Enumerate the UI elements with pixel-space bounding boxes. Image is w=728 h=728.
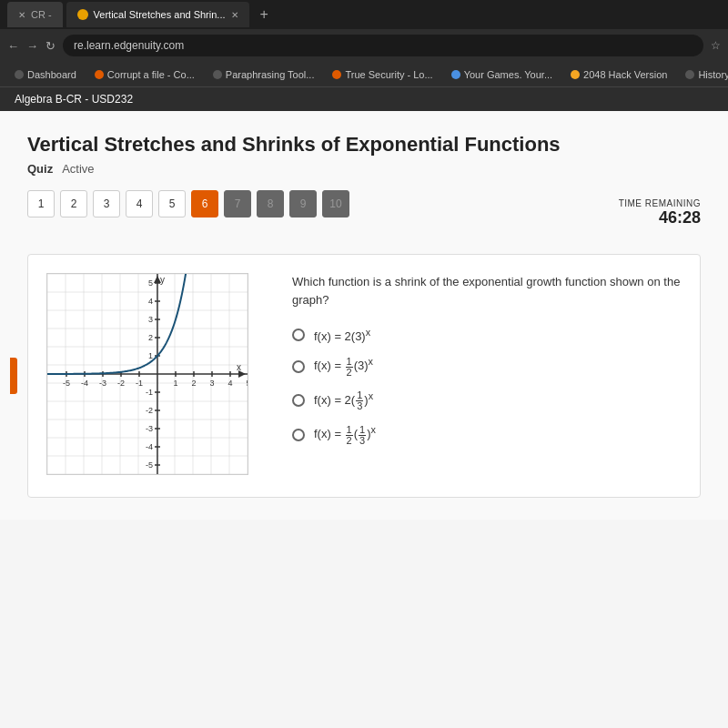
bookmark-label-paraphrasing: Paraphrasing Tool...	[226, 69, 315, 80]
exponential-graph	[46, 273, 248, 475]
question-btn-5[interactable]: 5	[158, 190, 186, 217]
main-content: Vertical Stretches and Shrinks of Expone…	[0, 111, 728, 520]
graph-container	[46, 273, 265, 479]
bookmark-2048[interactable]: 2048 Hack Version	[563, 67, 674, 82]
forward-button[interactable]: →	[26, 39, 38, 53]
bookmark-icon-2048	[571, 70, 580, 79]
bookmark-icon-dashboard	[15, 70, 24, 79]
option-text-2: f(x) = 12(3)x	[314, 356, 373, 377]
page-content: Algebra B-CR - USD232 Vertical Stretches…	[0, 87, 728, 728]
tab-vertical-stretches[interactable]: Vertical Stretches and Shrin... ✕	[66, 2, 249, 27]
radio-3[interactable]	[292, 394, 305, 407]
bookmark-label-security: True Security - Lo...	[345, 69, 432, 80]
bookmark-corrupt[interactable]: Corrupt a file - Co...	[87, 67, 202, 82]
question-btn-10: 10	[322, 190, 349, 217]
question-area: Which function is a shrink of the expone…	[27, 254, 701, 498]
time-remaining-label: TIME REMAINING	[619, 198, 701, 208]
tab-bar: ✕ CR - Vertical Stretches and Shrin... ✕…	[0, 0, 728, 29]
bookmark-icon-corrupt	[95, 70, 104, 79]
bookmark-dashboard[interactable]: Dashboard	[7, 67, 84, 82]
option-text-1: f(x) = 2(3)x	[314, 327, 370, 343]
question-text: Which function is a shrink of the expone…	[292, 273, 682, 308]
lesson-title: Vertical Stretches and Shrinks of Expone…	[27, 133, 701, 157]
radio-4[interactable]	[292, 429, 305, 441]
reload-button[interactable]: ↻	[46, 39, 56, 53]
option-text-4: f(x) = 12(13)x	[314, 424, 376, 445]
answer-option-3[interactable]: f(x) = 2(13)x	[292, 390, 682, 411]
question-btn-8: 8	[257, 190, 284, 217]
radio-2[interactable]	[292, 360, 305, 373]
quiz-label: Quiz	[27, 162, 53, 176]
answer-option-4[interactable]: f(x) = 12(13)x	[292, 424, 682, 445]
answer-option-2[interactable]: f(x) = 12(3)x	[292, 356, 682, 377]
bookmark-history[interactable]: History Notes - G...	[678, 67, 728, 82]
question-btn-7: 7	[224, 190, 251, 217]
question-btn-1[interactable]: 1	[27, 190, 55, 217]
radio-1[interactable]	[292, 329, 305, 341]
bookmark-icon-history	[685, 70, 694, 79]
question-content: Which function is a shrink of the expone…	[292, 273, 682, 479]
new-tab-button[interactable]: +	[253, 5, 276, 25]
bookmark-icon-games	[451, 70, 460, 79]
back-button[interactable]: ←	[7, 39, 19, 53]
tab-close-cr[interactable]: ✕	[18, 10, 25, 20]
bookmark-label-2048: 2048 Hack Version	[583, 69, 667, 80]
bookmark-icon-paraphrasing	[213, 70, 222, 79]
bookmarks-star[interactable]: ☆	[711, 39, 721, 52]
quiz-info: Quiz Active	[27, 162, 701, 176]
question-btn-4[interactable]: 4	[126, 190, 153, 217]
bookmark-security[interactable]: True Security - Lo...	[325, 67, 440, 82]
answer-options: f(x) = 2(3)x f(x) = 12(3)x	[292, 327, 682, 446]
bookmark-label-corrupt: Corrupt a file - Co...	[107, 69, 195, 80]
tab-label-vertical: Vertical Stretches and Shrin...	[94, 9, 226, 20]
address-bar: ← → ↻ ☆	[0, 29, 728, 62]
bookmark-label-games: Your Games. Your...	[464, 69, 552, 80]
bookmarks-bar: Dashboard Corrupt a file - Co... Paraphr…	[0, 62, 728, 87]
question-navigation: 1 2 3 4 5 6 7 8 9 10	[27, 190, 349, 217]
active-question-indicator	[10, 358, 17, 394]
tab-label-cr: CR -	[31, 9, 52, 20]
tab-close-vertical[interactable]: ✕	[231, 10, 238, 20]
time-remaining-value: 46:28	[619, 208, 701, 228]
question-btn-3[interactable]: 3	[93, 190, 120, 217]
question-btn-9: 9	[289, 190, 317, 217]
address-input[interactable]	[63, 35, 703, 56]
answer-option-1[interactable]: f(x) = 2(3)x	[292, 327, 682, 343]
breadcrumb: Algebra B-CR - USD232	[15, 93, 133, 106]
active-badge: Active	[62, 162, 94, 176]
bookmark-games[interactable]: Your Games. Your...	[444, 67, 560, 82]
bookmark-icon-security	[332, 70, 341, 79]
tab-cr[interactable]: ✕ CR -	[7, 2, 63, 27]
question-btn-2[interactable]: 2	[60, 190, 87, 217]
bookmark-label-dashboard: Dashboard	[27, 69, 76, 80]
bookmark-paraphrasing[interactable]: Paraphrasing Tool...	[206, 67, 322, 82]
question-btn-6[interactable]: 6	[191, 190, 218, 217]
time-remaining: TIME REMAINING 46:28	[619, 198, 701, 228]
option-text-3: f(x) = 2(13)x	[314, 390, 373, 411]
tab-icon-edgenuity	[77, 9, 88, 20]
bookmark-label-history: History Notes - G...	[698, 69, 728, 80]
site-header: Algebra B-CR - USD232	[0, 87, 728, 111]
browser-chrome: ✕ CR - Vertical Stretches and Shrin... ✕…	[0, 0, 728, 87]
